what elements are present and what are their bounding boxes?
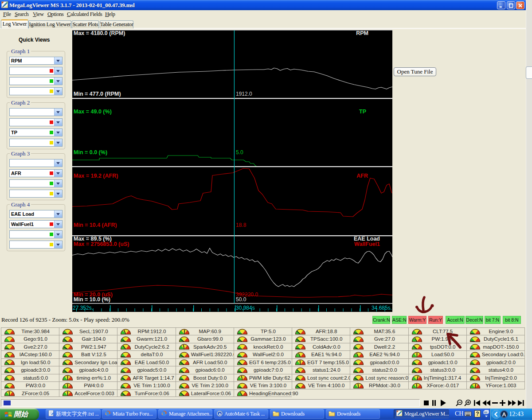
svg-text:50.0: 50.0 — [236, 296, 246, 303]
svg-text:18.8: 18.8 — [236, 222, 246, 228]
svg-text:AFR: AFR — [356, 173, 368, 179]
svg-text:5.0: 5.0 — [236, 149, 243, 156]
svg-text:Max = 2756853.0 (uS): Max = 2756853.0 (uS) — [74, 241, 129, 247]
svg-text:Min = 10.4 (AFR): Min = 10.4 (AFR) — [74, 222, 117, 228]
svg-text:RPM: RPM — [356, 30, 368, 36]
svg-text:Max = 4180.0 (RPM): Max = 4180.0 (RPM) — [74, 30, 125, 36]
svg-text:Max = 19.2 (AFR): Max = 19.2 (AFR) — [74, 173, 118, 179]
svg-text:Min = 10.0 (%): Min = 10.0 (%) — [74, 296, 110, 303]
svg-text:1912.0: 1912.0 — [236, 91, 252, 97]
svg-text:Max = 49.0 (%): Max = 49.0 (%) — [74, 109, 112, 115]
svg-text:A: A — [219, 412, 221, 416]
svg-text:TP: TP — [359, 109, 366, 115]
svg-text:34.685s.: 34.685s. — [372, 305, 392, 311]
svg-text:30.984s: 30.984s — [236, 305, 255, 311]
svg-text:A: A — [502, 411, 506, 418]
svg-text:Min = 477.0 (RPM): Min = 477.0 (RPM) — [74, 91, 121, 97]
svg-text:Min = 0.0 (%): Min = 0.0 (%) — [74, 149, 107, 156]
svg-text:27.352s.: 27.352s. — [73, 305, 93, 311]
svg-text:WallFuel1: WallFuel1 — [354, 241, 380, 247]
